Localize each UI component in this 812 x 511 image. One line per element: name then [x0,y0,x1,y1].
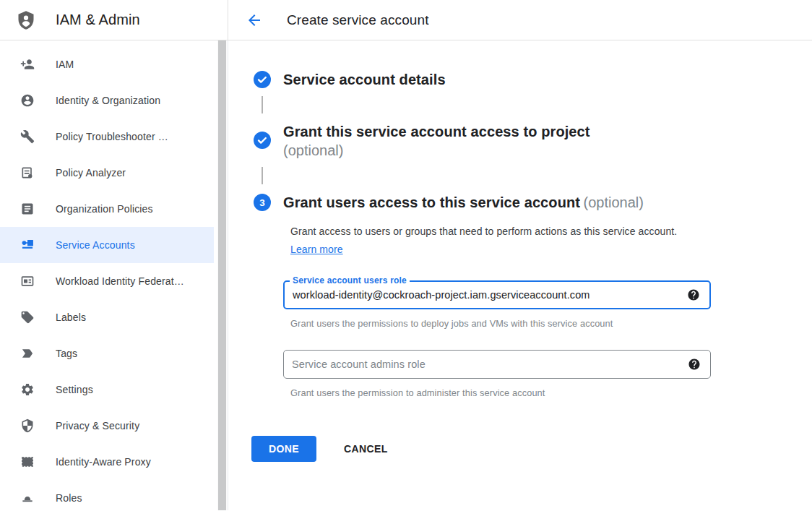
sidebar-item-label: Policy Troubleshooter … [56,131,168,142]
learn-more-link[interactable]: Learn more [290,244,343,255]
sidebar-item-label: IAM [56,59,74,70]
users-role-field: Service account users role [283,280,711,309]
step-optional-label: (optional) [584,194,644,210]
step-grant-users-access: 3 Grant users access to this service acc… [254,192,812,462]
person-add-icon [20,57,35,72]
sidebar-item-policy-troubleshooter[interactable]: Policy Troubleshooter … [0,119,214,155]
wrench-icon [20,129,35,144]
sidebar-item-roles[interactable]: Roles [0,480,214,511]
gear-icon [20,382,35,397]
step-title: Grant users access to this service accou… [283,194,580,210]
sidebar-item-label: Labels [56,312,86,323]
wizard-actions: DONE CANCEL [251,436,711,462]
iam-admin-shield-logo-icon [16,8,36,33]
sidebar-item-label: Workload Identity Federat… [56,275,184,287]
sidebar-item-label: Identity & Organization [56,95,160,106]
sidebar-item-iam[interactable]: IAM [0,46,214,82]
users-role-input[interactable] [285,282,709,308]
sidebar-nav-list: IAM Identity & Organization Policy Troub… [0,40,228,511]
step-connector-line [262,167,263,184]
hat-icon [20,491,35,505]
sidebar-item-identity-aware-proxy[interactable]: Identity-Aware Proxy [0,444,214,480]
sidebar-scrollbar[interactable] [217,40,227,510]
step-title: Grant this service account access to pro… [283,121,590,142]
step-number-icon: 3 [254,194,271,211]
sidebar-item-label: Privacy & Security [56,420,139,431]
users-role-help-button[interactable] [687,288,700,301]
header: IAM & Admin Create service account [0,0,812,40]
admins-role-field [283,350,711,379]
help-icon [688,358,701,371]
sidebar-item-tags[interactable]: Tags [0,335,214,372]
sidebar: IAM Identity & Organization Policy Troub… [0,40,228,510]
sidebar-item-label: Policy Analyzer [56,167,126,179]
main-content: Service account details Grant this servi… [228,40,812,510]
sidebar-item-organization-policies[interactable]: Organization Policies [0,191,214,227]
step-service-account-details[interactable]: Service account details [254,71,812,88]
users-role-helper-text: Grant users the permissions to deploy jo… [290,318,711,329]
sidebar-item-service-accounts[interactable]: Service Accounts [0,227,214,263]
article-icon [20,202,35,216]
sidebar-item-privacy-security[interactable]: Privacy & Security [0,408,214,444]
sidebar-item-label: Settings [56,384,93,395]
sidebar-item-label: Tags [56,348,77,359]
arrow-back-icon [246,20,263,31]
scrollbar-thumb[interactable] [218,40,226,510]
label-important-icon [20,346,35,361]
step-description: Grant access to users or groups that nee… [290,223,695,259]
step-optional-label: (optional) [283,142,590,159]
account-circle-icon [20,93,35,108]
step-complete-check-icon [254,132,271,149]
sidebar-item-settings[interactable]: Settings [0,372,214,408]
help-icon [687,288,700,301]
policy-analyzer-icon [20,166,35,180]
sidebar-item-label: Identity-Aware Proxy [56,456,151,468]
sidebar-item-identity-organization[interactable]: Identity & Organization [0,82,214,119]
step-title: Service account details [283,72,446,87]
sidebar-item-label: Organization Policies [56,203,153,215]
shield-half-icon [20,418,35,433]
sidebar-item-labels[interactable]: Labels [0,299,214,335]
sidebar-item-label: Service Accounts [56,239,135,251]
app-header: IAM & Admin [0,0,228,40]
app-title: IAM & Admin [56,12,140,28]
admins-role-helper-text: Grant users the permission to administer… [290,387,711,398]
step-description-text: Grant access to users or groups that nee… [290,226,677,237]
service-account-key-icon [20,238,35,252]
step-complete-check-icon [254,71,271,88]
tag-icon [20,310,35,325]
users-role-field-label: Service account users role [290,275,410,285]
done-button[interactable]: DONE [251,436,316,462]
step-grant-project-access[interactable]: Grant this service account access to pro… [254,121,812,159]
sidebar-item-workload-identity-federation[interactable]: Workload Identity Federat… [0,263,214,299]
sidebar-item-policy-analyzer[interactable]: Policy Analyzer [0,155,214,191]
step-connector-line [262,96,263,113]
admins-role-input[interactable] [284,351,710,378]
sidebar-item-label: Roles [56,492,82,504]
admins-role-help-button[interactable] [688,358,701,371]
iap-icon [20,455,35,469]
page-title: Create service account [287,12,429,28]
card-icon [20,274,35,288]
cancel-button[interactable]: CANCEL [338,436,394,462]
page-header: Create service account [228,0,429,40]
back-button[interactable] [246,12,263,29]
